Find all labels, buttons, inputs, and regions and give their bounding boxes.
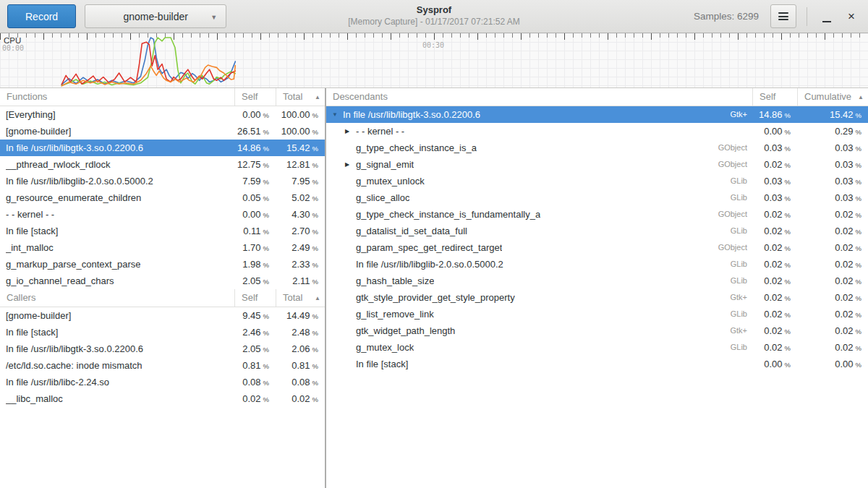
tree-row[interactable]: g_slice_alloc GLib 0.03% 0.03%: [326, 189, 868, 206]
self-percent: 7.59%: [234, 173, 276, 189]
cpu-timeline[interactable]: CPU 00:00 00:30: [0, 33, 868, 88]
self-percent: 0.02%: [752, 322, 797, 339]
self-percent: 0.02%: [234, 390, 276, 407]
library-tag: GObject: [718, 140, 752, 156]
function-name: gtk_widget_path_length: [356, 322, 455, 339]
total-percent: 7.95%: [276, 173, 325, 189]
descendants-self-column-header[interactable]: Self: [752, 88, 797, 106]
tree-row[interactable]: g_mutex_lock GLib 0.02% 0.02%: [326, 339, 868, 356]
descendants-column-header[interactable]: Descendants: [326, 88, 752, 106]
table-row[interactable]: g_io_channel_read_chars 2.05% 2.11%: [0, 273, 325, 289]
table-row[interactable]: __libc_malloc 0.02% 0.02%: [0, 390, 325, 407]
self-percent: 0.11%: [234, 223, 276, 239]
minimize-button[interactable]: [814, 4, 839, 29]
tree-row[interactable]: ▶ g_signal_emit GObject 0.02% 0.03%: [326, 156, 868, 173]
table-row[interactable]: [gnome-builder] 26.51% 100.00%: [0, 123, 325, 140]
cumulative-percent: 0.03%: [797, 173, 868, 189]
tree-row[interactable]: gtk_style_provider_get_style_property Gt…: [326, 289, 868, 306]
table-row[interactable]: __pthread_rwlock_rdlock 12.75% 12.81%: [0, 156, 325, 173]
table-row[interactable]: g_markup_parse_context_parse 1.98% 2.33%: [0, 256, 325, 273]
function-name: g_datalist_id_set_data_full: [356, 223, 467, 239]
callers-total-column-header[interactable]: ▲ Total: [276, 289, 325, 307]
menu-button[interactable]: [770, 4, 796, 28]
tree-row[interactable]: g_datalist_id_set_data_full GLib 0.02% 0…: [326, 223, 868, 239]
function-name: g_resource_enumerate_children: [6, 189, 141, 206]
tree-row[interactable]: g_type_check_instance_is_a GObject 0.03%…: [326, 140, 868, 156]
expander-icon[interactable]: ▶: [345, 123, 356, 140]
headerbar-separator: [807, 7, 807, 26]
table-row[interactable]: In file /usr/lib/libc-2.24.so 0.08% 0.08…: [0, 374, 325, 390]
library-tag: GLib: [731, 189, 752, 206]
total-percent: 2.48%: [276, 324, 325, 341]
self-percent: 0.00%: [234, 106, 276, 123]
self-percent: 0.00%: [752, 356, 797, 372]
table-row[interactable]: - - kernel - - 0.00% 4.30%: [0, 206, 325, 223]
library-tag: GObject: [718, 206, 752, 223]
function-name: In file /usr/lib/libglib-2.0.so.0.5000.2: [6, 173, 153, 189]
record-button[interactable]: Record: [7, 4, 76, 28]
table-row[interactable]: In file [stack] 2.46% 2.48%: [0, 324, 325, 341]
functions-total-column-label: Total: [283, 91, 302, 102]
table-row[interactable]: g_resource_enumerate_children 0.05% 5.02…: [0, 189, 325, 206]
total-percent: 2.70%: [276, 223, 325, 239]
process-selector-dropdown[interactable]: gnome-builder ▼: [85, 4, 226, 28]
function-name: [gnome-builder]: [6, 307, 71, 324]
cumulative-percent: 0.03%: [797, 156, 868, 173]
close-button[interactable]: ×: [839, 4, 864, 29]
library-tag: Gtk+: [730, 106, 752, 123]
tree-row[interactable]: ▶ - - kernel - - 0.00% 0.29%: [326, 123, 868, 140]
total-percent: 14.49%: [276, 307, 325, 324]
self-percent: 0.02%: [752, 339, 797, 356]
table-row[interactable]: In file /usr/lib/libgtk-3.so.0.2200.6 14…: [0, 140, 325, 156]
callers-column-header[interactable]: Callers: [0, 289, 234, 307]
expander-icon[interactable]: ▶: [345, 156, 356, 173]
table-row[interactable]: /etc/ld.so.cache: inode mismatch 0.81% 0…: [0, 357, 325, 374]
tree-row[interactable]: In file [stack] 0.00% 0.00%: [326, 356, 868, 372]
function-name: - - kernel - -: [6, 206, 54, 223]
callers-total-column-label: Total: [283, 292, 302, 303]
functions-table-header: Functions Self ▲ Total: [0, 88, 325, 106]
self-percent: 2.46%: [234, 324, 276, 341]
functions-total-column-header[interactable]: ▲ Total: [276, 88, 325, 106]
tree-row[interactable]: ▼ In file /usr/lib/libgtk-3.so.0.2200.6 …: [326, 106, 868, 123]
tree-row[interactable]: g_param_spec_get_redirect_target GObject…: [326, 239, 868, 256]
expander-icon[interactable]: ▼: [332, 106, 343, 123]
self-percent: 0.02%: [752, 306, 797, 322]
functions-table-body: [Everything] 0.00% 100.00% [gnome-builde…: [0, 106, 325, 289]
self-percent: 2.05%: [234, 341, 276, 357]
total-percent: 2.06%: [276, 341, 325, 357]
process-selector-label: gnome-builder: [123, 11, 188, 22]
tree-row[interactable]: g_hash_table_size GLib 0.02% 0.02%: [326, 273, 868, 289]
library-tag: Gtk+: [730, 289, 752, 306]
tree-row[interactable]: In file /usr/lib/libglib-2.0.so.0.5000.2…: [326, 256, 868, 273]
table-row[interactable]: In file /usr/lib/libglib-2.0.so.0.5000.2…: [0, 173, 325, 189]
table-row[interactable]: In file [stack] 0.11% 2.70%: [0, 223, 325, 239]
table-row[interactable]: _int_malloc 1.70% 2.49%: [0, 239, 325, 256]
self-percent: 14.86%: [234, 140, 276, 156]
descendants-cumulative-column-header[interactable]: ▲ Cumulative: [797, 88, 868, 106]
function-name: g_list_remove_link: [356, 306, 434, 322]
function-name: [gnome-builder]: [6, 123, 71, 140]
total-percent: 2.33%: [276, 256, 325, 273]
table-row[interactable]: In file /usr/lib/libgtk-3.so.0.2200.6 2.…: [0, 341, 325, 357]
tree-row[interactable]: gtk_widget_path_length Gtk+ 0.02% 0.02%: [326, 322, 868, 339]
library-tag: GLib: [731, 339, 752, 356]
function-name: gtk_style_provider_get_style_property: [356, 289, 515, 306]
cumulative-percent: 0.02%: [797, 239, 868, 256]
tree-row[interactable]: g_mutex_unlock GLib 0.03% 0.03%: [326, 173, 868, 189]
tree-row[interactable]: g_type_check_instance_is_fundamentally_a…: [326, 206, 868, 223]
time-label-mid: 00:30: [422, 41, 444, 49]
self-percent: 1.70%: [234, 239, 276, 256]
self-percent: 9.45%: [234, 307, 276, 324]
callers-self-column-header[interactable]: Self: [234, 289, 276, 307]
cumulative-percent: 0.29%: [797, 123, 868, 140]
hamburger-icon: [778, 11, 788, 22]
functions-self-column-header[interactable]: Self: [234, 88, 276, 106]
sort-ascending-icon: ▲: [315, 290, 320, 307]
tree-row[interactable]: g_list_remove_link GLib 0.02% 0.02%: [326, 306, 868, 322]
table-row[interactable]: [gnome-builder] 9.45% 14.49%: [0, 307, 325, 324]
total-percent: 0.02%: [276, 390, 325, 407]
table-row[interactable]: [Everything] 0.00% 100.00%: [0, 106, 325, 123]
functions-column-header[interactable]: Functions: [0, 88, 234, 106]
cumulative-percent: 0.03%: [797, 189, 868, 206]
